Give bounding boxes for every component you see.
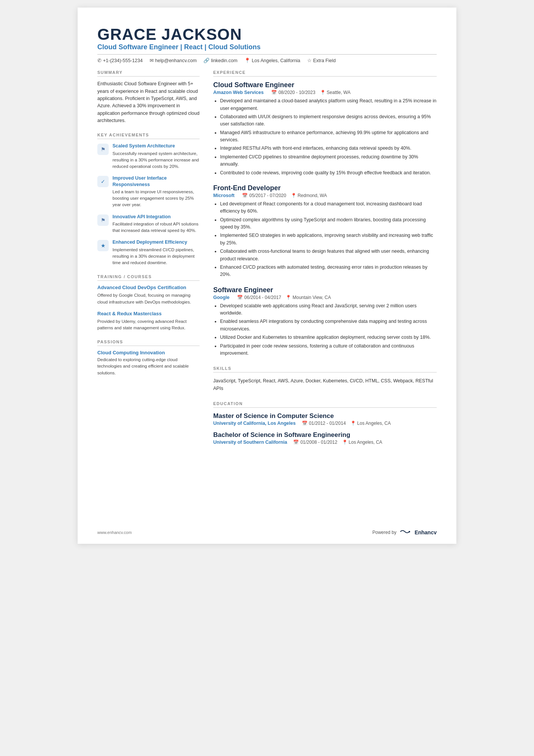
calendar-icon-edu2: 📅 [293, 440, 299, 445]
extra-value: Extra Field [313, 58, 336, 63]
contact-bar: ✆ +1-(234)-555-1234 ✉ help@enhancv.com 🔗… [97, 54, 437, 63]
achievement-4-icon-wrap: ★ [97, 240, 109, 251]
achievement-1-desc: Successfully revamped system architectur… [112, 150, 200, 170]
exp-job-3-date: 📅 06/2014 - 04/2017 [237, 295, 281, 300]
candidate-title: Cloud Software Engineer | React | Cloud … [97, 43, 437, 51]
achievement-1-content: Scaled System Architecture Successfully … [112, 143, 200, 170]
bullet: Utilized Docker and Kubernetes to stream… [220, 334, 437, 341]
skills-label: SKILLS [213, 366, 437, 373]
achievement-4: ★ Enhanced Deployment Efficiency Impleme… [97, 239, 200, 266]
exp-job-2-company: Microsoft [213, 193, 234, 198]
training-1-desc: Offered by Google Cloud, focusing on man… [97, 292, 200, 305]
edu-2-meta: University of Southern California 📅 01/2… [213, 440, 437, 445]
contact-phone: ✆ +1-(234)-555-1234 [97, 58, 143, 63]
exp-job-1-meta: Amazon Web Services 📅 08/2020 - 10/2023 … [213, 90, 437, 95]
calendar-icon-3: 📅 [237, 295, 243, 300]
contact-linkedin: 🔗 linkedin.com [203, 58, 237, 63]
calendar-icon-2: 📅 [242, 193, 248, 198]
exp-job-2-bullets: Led development of React components for … [213, 200, 437, 279]
star-icon: ★ [101, 243, 106, 249]
edu-1-date: 📅 01/2012 - 01/2014 [302, 421, 346, 426]
training-2: React & Redux Masterclass Provided by Ud… [97, 311, 200, 331]
achievement-1-title: Scaled System Architecture [112, 143, 200, 149]
exp-job-3-location: 📍 Mountain View, CA [286, 295, 331, 300]
passion-1: Cloud Computing Innovation Dedicated to … [97, 350, 200, 376]
passions-label: PASSIONS [97, 340, 200, 346]
exp-job-2-title: Front-End Developer [213, 184, 437, 192]
left-column: SUMMARY Enthusiastic Cloud Software Engi… [97, 70, 200, 450]
bullet: Developed scalable web applications usin… [220, 302, 437, 317]
pin-icon-edu2: 📍 [342, 440, 348, 445]
header: GRACE JACKSON Cloud Software Engineer | … [97, 26, 437, 63]
exp-job-3-company: Google [213, 295, 230, 300]
body-layout: SUMMARY Enthusiastic Cloud Software Engi… [97, 70, 437, 450]
bullet: Optimized complex algorithms by using Ty… [220, 216, 437, 231]
flag-icon: ⚑ [101, 146, 106, 152]
summary-text: Enthusiastic Cloud Software Engineer wit… [97, 80, 200, 124]
training-1-title: Advanced Cloud DevOps Certification [97, 285, 200, 291]
exp-job-2-meta: Microsoft 📅 05/2017 - 07/2020 📍 Redmond,… [213, 193, 437, 198]
exp-job-1-date: 📅 08/2020 - 10/2023 [271, 90, 315, 95]
extra-icon: ☆ [307, 58, 312, 63]
exp-job-3-bullets: Developed scalable web applications usin… [213, 302, 437, 357]
exp-job-1: Cloud Software Engineer Amazon Web Servi… [213, 81, 437, 177]
achievement-1: ⚑ Scaled System Architecture Successfull… [97, 143, 200, 170]
footer-brand: Powered by Enhancv [372, 529, 437, 536]
brand-logo [400, 529, 412, 536]
skills-text: JavaScript, TypeScript, React, AWS, Azur… [213, 377, 437, 392]
achievement-3-desc: Facilitated integration of robust API so… [112, 221, 200, 234]
exp-job-2-location: 📍 Redmond, WA [291, 193, 327, 198]
exp-job-1-title: Cloud Software Engineer [213, 81, 437, 89]
edu-2-school: University of Southern California [213, 440, 287, 445]
training-label: TRAINING / COURSES [97, 274, 200, 281]
bullet: Led development of React components for … [220, 200, 437, 215]
edu-1: Master of Science in Computer Science Un… [213, 412, 437, 426]
bullet: Implemented CI/CD pipelines to streamlin… [220, 153, 437, 168]
bullet: Contributed to code reviews, improving c… [220, 169, 437, 177]
exp-job-1-location: 📍 Seattle, WA [320, 90, 351, 95]
achievement-2-content: Improved User Interface Responsiveness L… [112, 175, 200, 208]
achievement-1-icon-wrap: ⚑ [97, 144, 109, 155]
achievement-4-title: Enhanced Deployment Efficiency [112, 239, 200, 245]
bullet: Managed AWS infrastructure to enhance pe… [220, 129, 437, 144]
exp-job-2: Front-End Developer Microsoft 📅 05/2017 … [213, 184, 437, 279]
bullet: Implemented SEO strategies in web applic… [220, 232, 437, 247]
pin-icon-2: 📍 [291, 193, 297, 198]
linkedin-icon: 🔗 [203, 58, 209, 63]
exp-job-1-company: Amazon Web Services [213, 90, 264, 95]
calendar-icon-1: 📅 [271, 90, 277, 95]
page-footer: www.enhancv.com Powered by Enhancv [97, 529, 437, 536]
footer-url: www.enhancv.com [97, 530, 132, 535]
exp-job-3: Software Engineer Google 📅 06/2014 - 04/… [213, 286, 437, 357]
achievement-3: ⚑ Innovative API Integration Facilitated… [97, 214, 200, 234]
passion-1-title: Cloud Computing Innovation [97, 350, 200, 355]
exp-job-3-meta: Google 📅 06/2014 - 04/2017 📍 Mountain Vi… [213, 295, 437, 300]
phone-icon: ✆ [97, 58, 101, 63]
training-1: Advanced Cloud DevOps Certification Offe… [97, 285, 200, 305]
edu-2-degree: Bachelor of Science in Software Engineer… [213, 431, 437, 439]
bullet: Participated in peer code review session… [220, 343, 437, 357]
brand-name: Enhancv [415, 529, 437, 535]
check-icon: ✓ [101, 178, 105, 185]
achievement-4-content: Enhanced Deployment Efficiency Implement… [112, 239, 200, 266]
phone-value: +1-(234)-555-1234 [103, 58, 143, 63]
experience-label: EXPERIENCE [213, 70, 437, 77]
edu-2-date: 📅 01/2008 - 01/2012 [293, 440, 337, 445]
svg-point-0 [409, 531, 410, 532]
location-value: Los Angeles, California [252, 58, 300, 63]
exp-job-1-bullets: Developed and maintained a cloud-based a… [213, 97, 437, 177]
linkedin-value: linkedin.com [211, 58, 237, 63]
right-column: EXPERIENCE Cloud Software Engineer Amazo… [213, 70, 437, 450]
pin-icon-edu1: 📍 [350, 421, 356, 426]
edu-1-meta: University of California, Los Angeles 📅 … [213, 421, 437, 426]
achievement-2-title: Improved User Interface Responsiveness [112, 175, 200, 188]
summary-label: SUMMARY [97, 70, 200, 77]
contact-extra: ☆ Extra Field [307, 58, 336, 63]
pin-icon-3: 📍 [286, 295, 291, 300]
bullet: Enabled seamless API integrations by con… [220, 318, 437, 333]
edu-1-degree: Master of Science in Computer Science [213, 412, 437, 420]
bullet: Integrated RESTful APIs with front-end i… [220, 145, 437, 152]
achievement-2: ✓ Improved User Interface Responsiveness… [97, 175, 200, 208]
bullet: Collaborated with UI/UX designers to imp… [220, 113, 437, 128]
edu-2-location: 📍 Los Angeles, CA [342, 440, 383, 445]
